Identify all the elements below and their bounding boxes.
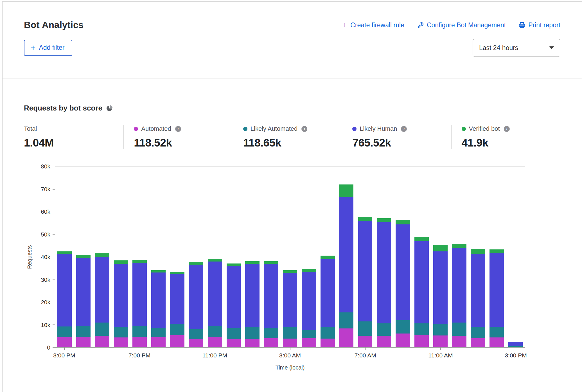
- configure-bot-management-link[interactable]: Configure Bot Management: [417, 21, 506, 29]
- printer-icon: [519, 22, 525, 28]
- segment-verified-bot: [377, 218, 391, 222]
- bar-15-600am[interactable]: [337, 167, 356, 347]
- segment-automated: [57, 337, 72, 347]
- bar-21-1200pm[interactable]: [450, 167, 469, 347]
- segment-automated: [151, 337, 166, 347]
- segment-automated: [433, 335, 448, 347]
- bot-analytics-card: Bot Analytics + Create firewall rule Con…: [2, 1, 582, 392]
- stat-likely-human: Likely Human i 765.52k: [342, 125, 451, 149]
- pie-chart-icon: [106, 105, 113, 111]
- segment-likely-automated: [170, 324, 184, 335]
- segment-likely-automated: [208, 326, 222, 337]
- y-tick-label: 20k: [41, 299, 50, 306]
- automated-legend-dot: [134, 127, 138, 131]
- configure-bot-management-label: Configure Bot Management: [427, 21, 506, 29]
- stat-likely-automated: Likely Automated i 118.65k: [233, 125, 342, 149]
- info-icon[interactable]: i: [175, 126, 181, 132]
- bar-9-1200am[interactable]: [224, 167, 243, 347]
- y-tick-label: 50k: [41, 231, 50, 238]
- bar-6-900pm[interactable]: [168, 167, 187, 347]
- print-report-link[interactable]: Print report: [519, 21, 560, 29]
- bar-0-300pm[interactable]: [55, 167, 74, 347]
- bar-12-300am[interactable]: [281, 167, 299, 347]
- segment-verified-bot: [339, 184, 354, 197]
- info-icon[interactable]: i: [504, 126, 510, 132]
- segment-likely-human: [339, 197, 354, 312]
- y-tick-label: 80k: [41, 163, 50, 170]
- bar-8-1100pm[interactable]: [206, 167, 224, 347]
- header-actions: + Create firewall rule Configure Bot Man…: [342, 21, 560, 29]
- segment-likely-automated: [189, 329, 203, 339]
- bar-17-800am[interactable]: [375, 167, 393, 347]
- segment-likely-human: [132, 263, 147, 326]
- segment-likely-automated: [321, 327, 335, 339]
- create-firewall-rule-link[interactable]: + Create firewall rule: [342, 21, 404, 29]
- y-tick-mark: [53, 167, 55, 167]
- stat-likely-automated-value: 118.65k: [243, 137, 342, 149]
- stat-verified-bot-value: 41.9k: [462, 137, 560, 149]
- y-tick-mark: [53, 257, 55, 257]
- segment-verified-bot: [76, 255, 91, 258]
- segment-likely-automated: [114, 327, 128, 337]
- info-icon[interactable]: i: [301, 126, 307, 132]
- segment-likely-human: [95, 257, 109, 323]
- y-tick-label: 70k: [41, 186, 50, 193]
- plot-area: [55, 166, 525, 348]
- bar-23-200pm[interactable]: [487, 167, 506, 347]
- segment-likely-automated: [245, 327, 260, 339]
- segment-automated: [414, 335, 429, 347]
- y-tick-label: 60k: [41, 208, 50, 215]
- y-tick-label: 30k: [41, 276, 50, 283]
- segment-verified-bot: [302, 269, 316, 272]
- segment-verified-bot: [358, 217, 373, 221]
- x-tick-mark: [64, 348, 65, 350]
- segment-likely-human: [358, 221, 373, 321]
- bar-13-400am[interactable]: [299, 167, 318, 347]
- segment-automated: [227, 339, 241, 347]
- stat-likely-human-value: 765.52k: [352, 137, 451, 149]
- bar-18-900am[interactable]: [393, 167, 412, 347]
- y-tick-mark: [53, 325, 55, 325]
- bar-22-100pm[interactable]: [469, 167, 488, 347]
- bar-10-100am[interactable]: [243, 167, 262, 347]
- segment-automated: [377, 336, 391, 347]
- time-range-select[interactable]: Last 24 hours: [473, 39, 560, 57]
- bar-11-200am[interactable]: [262, 167, 281, 347]
- segment-likely-human: [302, 272, 316, 330]
- bar-24-300pm[interactable]: [506, 167, 525, 347]
- bar-16-700am[interactable]: [356, 167, 375, 347]
- x-tick-mark: [215, 348, 215, 350]
- x-tick-label: 11:00 PM: [202, 352, 227, 359]
- info-icon[interactable]: i: [401, 126, 407, 132]
- segment-likely-human: [377, 222, 391, 323]
- segment-likely-human: [264, 264, 278, 328]
- segment-automated: [132, 337, 147, 347]
- add-filter-button[interactable]: + Add filter: [24, 40, 72, 56]
- segment-likely-human: [471, 254, 485, 327]
- bar-5-800pm[interactable]: [149, 167, 168, 347]
- stat-automated-label: Automated: [141, 125, 171, 132]
- bar-2-500pm[interactable]: [93, 167, 112, 347]
- segment-likely-human: [151, 272, 166, 328]
- segment-likely-automated: [377, 323, 391, 336]
- bar-1-400pm[interactable]: [74, 167, 93, 347]
- bar-20-1100am[interactable]: [431, 167, 450, 347]
- bar-19-1000am[interactable]: [412, 167, 431, 347]
- segment-automated: [452, 336, 466, 347]
- segment-likely-human: [489, 253, 504, 327]
- bar-3-600pm[interactable]: [112, 167, 130, 347]
- segment-automated: [321, 339, 335, 347]
- likely-human-legend-dot: [352, 127, 357, 131]
- bar-14-500am[interactable]: [318, 167, 337, 347]
- segment-verified-bot: [471, 249, 485, 254]
- x-tick-label: 3:00 PM: [53, 352, 75, 359]
- segment-likely-automated: [227, 328, 241, 339]
- bar-7-1000pm[interactable]: [187, 167, 206, 347]
- y-tick-label: 40k: [41, 254, 50, 260]
- chevron-down-icon: [549, 46, 554, 49]
- x-tick-label: 3:00 AM: [279, 352, 301, 359]
- bar-4-700pm[interactable]: [130, 167, 149, 347]
- y-axis: 010k20k30k40k50k60k70k80k: [24, 166, 55, 348]
- segment-automated: [264, 338, 278, 347]
- segment-likely-automated: [339, 312, 354, 328]
